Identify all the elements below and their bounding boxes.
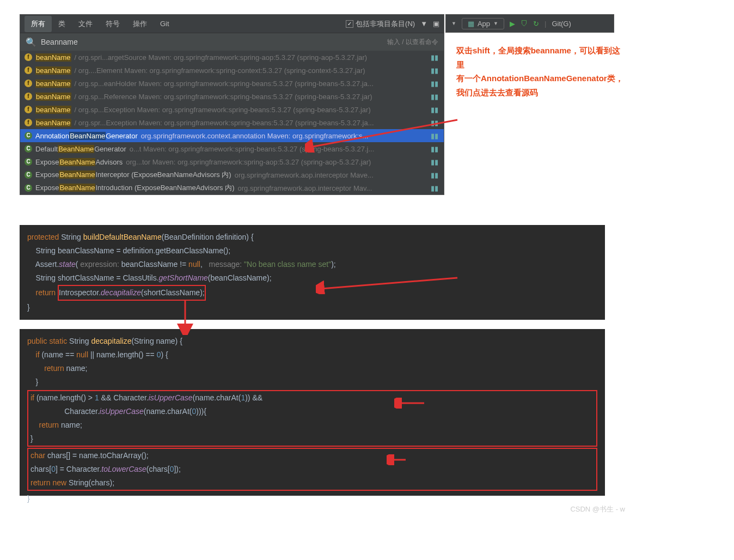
search-icon: 🔍 xyxy=(26,37,36,47)
include-non-project-checkbox[interactable]: ✓ 包括非项目条目(N) xyxy=(346,19,415,29)
library-icon: ▮▮ xyxy=(431,66,439,75)
tab-class[interactable]: 类 xyxy=(52,16,72,32)
library-icon: ▮▮ xyxy=(431,119,439,127)
pin-icon[interactable]: ▣ xyxy=(433,20,439,28)
code-snippet-1: protected String buildDefaultBeanName(Be… xyxy=(20,225,605,320)
library-icon: ▮▮ xyxy=(431,132,439,140)
tab-git[interactable]: Git xyxy=(154,16,176,31)
code-line: Assert.state( expression: beanClassName … xyxy=(20,258,605,271)
app-icon: ▦ xyxy=(468,20,474,28)
run-config-name: App xyxy=(478,20,490,28)
result-context: org...tor Maven: org.springframework:spr… xyxy=(126,158,371,166)
result-name: beanName xyxy=(35,80,71,88)
code-line: } xyxy=(30,432,594,446)
code-line: } xyxy=(20,375,605,389)
debug-icon[interactable]: ⛉ xyxy=(521,20,528,28)
search-result-item[interactable]: fbeanName / org....Element Maven: org.sp… xyxy=(20,64,444,77)
search-result-item[interactable]: CExposeBeanNameAdvisors org...tor Maven:… xyxy=(20,155,444,168)
annotation-1: 双击shift，全局搜索beanname，可以看到这里 有一个Annotatio… xyxy=(456,44,625,99)
result-name: beanName xyxy=(35,119,71,127)
code-line: return name; xyxy=(20,362,605,375)
field-icon: f xyxy=(25,106,32,113)
search-results: fbeanName / org.spri...argetSource Maven… xyxy=(20,51,444,194)
result-name: DefaultBeanNameGenerator xyxy=(35,145,126,153)
library-icon: ▮▮ xyxy=(431,80,439,88)
search-result-item[interactable]: CAnnotationBeanNameGenerator org.springf… xyxy=(20,129,444,142)
code-line: String beanClassName = definition.getBea… xyxy=(20,244,605,258)
search-row: 🔍 输入 / 以查看命令 xyxy=(20,33,444,51)
code-line: if (name == null || name.length() == 0) … xyxy=(20,348,605,362)
result-context: org.springframework.aop.interceptor Mav.… xyxy=(237,184,372,192)
result-name: beanName xyxy=(35,66,71,75)
run-config-selector[interactable]: ▦ App ▼ xyxy=(462,18,504,29)
library-icon: ▮▮ xyxy=(431,171,439,179)
highlight-box-2: char chars[] = name.toCharArray(); chars… xyxy=(27,448,597,491)
annotation-text: 有一个AnnotationBeanNameGenenator类， xyxy=(456,71,625,86)
code-line: } xyxy=(20,492,605,506)
result-context: / org.sp...Reference Maven: org.springfr… xyxy=(75,93,372,101)
field-icon: f xyxy=(25,80,32,87)
tab-all[interactable]: 所有 xyxy=(25,16,52,32)
code-line: chars[0] = Character.toLowerCase(chars[0… xyxy=(30,462,594,476)
search-hint: 输入 / 以查看命令 xyxy=(387,38,438,47)
result-context: / org.sp...eanHolder Maven: org.springfr… xyxy=(75,80,374,88)
result-context: / org....Element Maven: org.springframew… xyxy=(75,66,365,75)
class-icon: C xyxy=(25,145,32,153)
run-toolbar: ▼ ▦ App ▼ ▶ ⛉ ↻ | Git(G) xyxy=(445,14,614,33)
code-line: } xyxy=(20,301,605,314)
class-icon: C xyxy=(25,132,32,139)
checkbox-label: 包括非项目条目(N) xyxy=(356,19,415,29)
result-name: ExposeBeanNameInterceptor (ExposeBeanNam… xyxy=(35,170,231,180)
class-icon: C xyxy=(25,158,32,166)
field-icon: f xyxy=(25,66,32,74)
code-line: if (name.length() > 1 && Character.isUpp… xyxy=(30,391,594,405)
run-icon[interactable]: ▶ xyxy=(510,20,515,28)
result-name: ExposeBeanNameIntroduction (ExposeBeanNa… xyxy=(35,183,234,193)
code-line: String shortClassName = ClassUtils.getSh… xyxy=(20,271,605,285)
result-name: beanName xyxy=(35,53,71,62)
checkbox-icon: ✓ xyxy=(346,20,353,28)
field-icon: f xyxy=(25,53,32,61)
search-result-item[interactable]: fbeanName / org.spri...argetSource Maven… xyxy=(20,51,444,64)
search-result-item[interactable]: fbeanName / org.spr...Exception Maven: o… xyxy=(20,116,444,129)
search-result-item[interactable]: fbeanName / org.sp...Exception Maven: or… xyxy=(20,103,444,116)
result-name: beanName xyxy=(35,106,71,114)
coverage-icon[interactable]: ↻ xyxy=(533,20,539,28)
result-context: / org.sp...Exception Maven: org.springfr… xyxy=(75,106,371,114)
search-everywhere-panel: 所有 类 文件 符号 操作 Git ✓ 包括非项目条目(N) ▼ ▣ 🔍 输入 … xyxy=(20,14,444,195)
git-label[interactable]: Git(G) xyxy=(552,20,571,28)
field-icon: f xyxy=(25,93,32,100)
result-context: org.springframework.aop.interceptor Mave… xyxy=(235,171,374,179)
tab-action[interactable]: 操作 xyxy=(126,16,154,32)
highlight-box-1: if (name.length() > 1 && Character.isUpp… xyxy=(27,390,597,447)
code-line: public static String decapitalize(String… xyxy=(20,334,605,348)
class-icon: C xyxy=(25,171,32,179)
tab-file[interactable]: 文件 xyxy=(72,16,99,32)
annotation-text: 我们点进去去查看源码 xyxy=(456,86,625,100)
code-line: return Introspector.decapitalize(shortCl… xyxy=(20,285,605,301)
search-input[interactable] xyxy=(41,38,383,46)
result-name: beanName xyxy=(35,93,71,101)
class-icon: C xyxy=(25,184,32,192)
library-icon: ▮▮ xyxy=(431,106,439,114)
code-line: char chars[] = name.toCharArray(); xyxy=(30,449,594,462)
search-result-item[interactable]: fbeanName / org.sp...Reference Maven: or… xyxy=(20,90,444,103)
result-context: / org.spr...Exception Maven: org.springf… xyxy=(75,119,374,127)
filter-icon[interactable]: ▼ xyxy=(420,20,427,28)
library-icon: ▮▮ xyxy=(431,145,439,153)
library-icon: ▮▮ xyxy=(431,158,439,166)
code-line: Character.isUpperCase(name.charAt(0))){ xyxy=(30,405,594,418)
code-line: return name; xyxy=(30,418,594,432)
tab-symbol[interactable]: 符号 xyxy=(99,16,126,32)
search-result-item[interactable]: CExposeBeanNameIntroduction (ExposeBeanN… xyxy=(20,181,444,194)
result-context: o...t Maven: org.springframework:spring-… xyxy=(130,145,374,153)
code-line: return new String(chars); xyxy=(30,476,594,490)
search-result-item[interactable]: CDefaultBeanNameGenerator o...t Maven: o… xyxy=(20,142,444,155)
library-icon: ▮▮ xyxy=(431,53,439,62)
search-result-item[interactable]: CExposeBeanNameInterceptor (ExposeBeanNa… xyxy=(20,168,444,181)
search-result-item[interactable]: fbeanName / org.sp...eanHolder Maven: or… xyxy=(20,77,444,90)
dropdown-icon[interactable]: ▼ xyxy=(451,21,456,26)
result-context: org.springframework.context.annotation M… xyxy=(141,132,369,140)
library-icon: ▮▮ xyxy=(431,184,439,192)
chevron-down-icon: ▼ xyxy=(493,21,498,26)
